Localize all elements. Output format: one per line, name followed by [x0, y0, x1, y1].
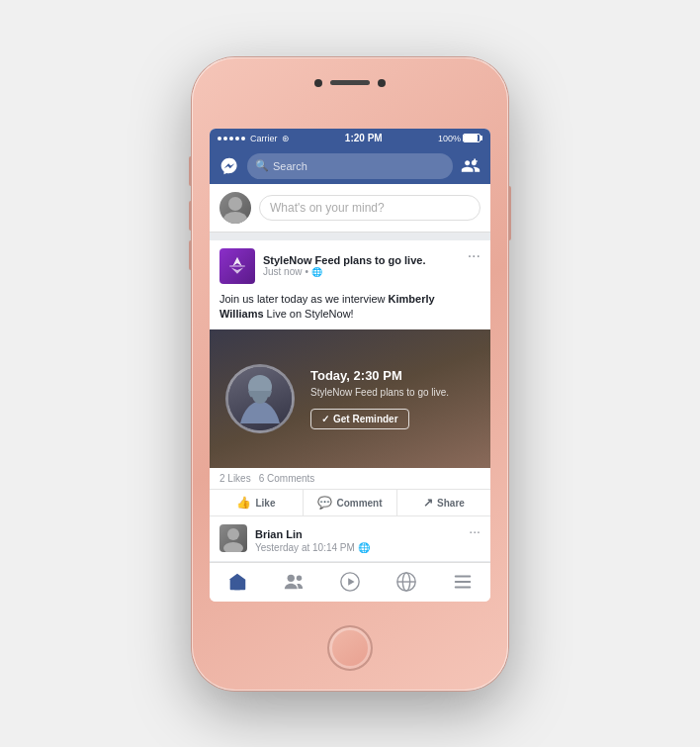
like-icon: 👍 [236, 496, 251, 510]
more-options-icon[interactable]: ··· [468, 248, 481, 264]
messenger-icon[interactable] [218, 154, 241, 178]
commenter-name: Brian Lin [255, 528, 303, 540]
camera-dot [314, 79, 322, 87]
commenter-photo [219, 524, 247, 552]
news-feed: What's on your mind? [210, 184, 490, 562]
svg-rect-16 [454, 587, 471, 589]
signal-dot-1 [218, 137, 221, 140]
comment-more-icon[interactable]: ··· [469, 524, 481, 538]
commenter-avatar [219, 524, 247, 552]
post-body: Join us later today as we interview Kimb… [210, 292, 490, 330]
search-box[interactable]: 🔍 Search [247, 153, 453, 179]
live-info: Today, 2:30 PM StyleNow Feed plans to go… [310, 368, 475, 429]
nav-menu[interactable] [443, 568, 482, 596]
nav-friends[interactable] [274, 568, 313, 596]
likes-count: 2 Likes [219, 473, 251, 484]
comments-count: 6 Comments [259, 473, 315, 484]
comment-icon: 💬 [317, 496, 332, 510]
share-button[interactable]: ↗ Share [397, 490, 490, 515]
svg-rect-6 [235, 583, 241, 590]
svg-point-8 [297, 576, 303, 582]
status-left: Carrier ⊛ [218, 134, 290, 143]
comment-globe-icon: 🌐 [358, 542, 370, 553]
menu-nav-icon [452, 571, 474, 593]
comment-time: Yesterday at 10:14 PM 🌐 [255, 542, 461, 553]
live-time: Today, 2:30 PM [310, 368, 475, 383]
like-label: Like [255, 498, 275, 509]
post-header: StyleNow Feed plans to go live. Just now… [210, 240, 490, 292]
phone-top-bar [314, 79, 386, 87]
video-nav-icon [339, 571, 361, 593]
signal-dot-5 [241, 137, 245, 140]
live-description: StyleNow Feed plans to go live. [310, 386, 475, 399]
friends-nav-icon [283, 571, 305, 593]
wifi-icon: ⊛ [282, 134, 290, 143]
post-header-left: StyleNow Feed plans to go live. Just now… [219, 248, 425, 284]
friend-requests-icon[interactable] [459, 154, 482, 178]
user-silhouette [219, 192, 251, 224]
search-placeholder: Search [273, 160, 307, 172]
stylenow-logo-svg [223, 252, 251, 280]
check-icon: ✓ [321, 414, 329, 424]
get-reminder-button[interactable]: ✓ Get Reminder [310, 409, 409, 429]
comment-label: Comment [336, 498, 382, 509]
avatar-photo [219, 192, 251, 224]
camera-dot-2 [378, 79, 386, 87]
carrier-label: Carrier [250, 134, 278, 143]
svg-point-1 [223, 212, 247, 224]
svg-rect-2 [229, 265, 245, 267]
separator-dot: • [305, 266, 308, 277]
facebook-navbar: 🔍 Search [210, 148, 490, 184]
commenter-silhouette [219, 524, 247, 552]
share-icon: ↗ [423, 496, 433, 510]
messenger-svg [219, 156, 239, 176]
post-card: StyleNow Feed plans to go live. Just now… [210, 240, 490, 562]
speaker-bar [330, 80, 370, 85]
like-button[interactable]: 👍 Like [210, 490, 304, 515]
comment-meta: Brian Lin Yesterday at 10:14 PM 🌐 [255, 524, 461, 553]
status-input[interactable]: What's on your mind? [259, 195, 481, 221]
live-avatar-inner [228, 367, 292, 430]
nav-video[interactable] [330, 568, 370, 596]
ios-status-bar: Carrier ⊛ 1:20 PM 100% [210, 129, 490, 148]
signal-dot-3 [229, 137, 233, 140]
signal-dot-4 [235, 137, 239, 140]
signal-dot-2 [223, 137, 227, 140]
battery-fill [464, 135, 478, 141]
globe-nav-icon [395, 571, 417, 593]
svg-point-5 [223, 542, 243, 552]
comment-preview: Brian Lin Yesterday at 10:14 PM 🌐 ··· [210, 516, 490, 561]
user-avatar [219, 192, 251, 224]
battery-body [463, 134, 481, 142]
phone-screen: Carrier ⊛ 1:20 PM 100% [210, 129, 490, 602]
page-avatar [219, 248, 255, 284]
phone-mockup: Carrier ⊛ 1:20 PM 100% [192, 57, 508, 691]
nav-home[interactable] [218, 568, 257, 596]
status-right: 100% [438, 134, 482, 143]
nav-globe[interactable] [387, 568, 426, 596]
share-label: Share [437, 498, 465, 509]
engagement-bar: 2 Likes 6 Comments [210, 468, 490, 490]
svg-marker-10 [348, 578, 354, 585]
home-button[interactable] [327, 625, 373, 671]
status-time: 1:20 PM [345, 133, 383, 143]
bottom-navigation [210, 562, 490, 602]
post-author-name: StyleNow Feed plans to go live. [263, 254, 425, 266]
woman-silhouette [230, 369, 290, 428]
search-icon: 🔍 [255, 159, 269, 172]
live-avatar [225, 364, 295, 433]
post-meta: StyleNow Feed plans to go live. Just now… [263, 254, 425, 277]
battery-tip [481, 136, 482, 140]
svg-point-0 [228, 197, 242, 211]
battery-icon [463, 134, 482, 142]
svg-rect-14 [454, 576, 471, 578]
svg-point-4 [227, 528, 239, 540]
battery-label: 100% [438, 134, 461, 143]
comment-button[interactable]: 💬 Comment [304, 490, 397, 515]
people-svg [461, 156, 481, 176]
svg-rect-15 [454, 581, 471, 583]
post-time: Just now • 🌐 [263, 266, 425, 277]
home-nav-icon [226, 571, 248, 593]
globe-small-icon: 🌐 [311, 267, 322, 277]
live-preview-card: Today, 2:30 PM StyleNow Feed plans to go… [210, 329, 490, 468]
